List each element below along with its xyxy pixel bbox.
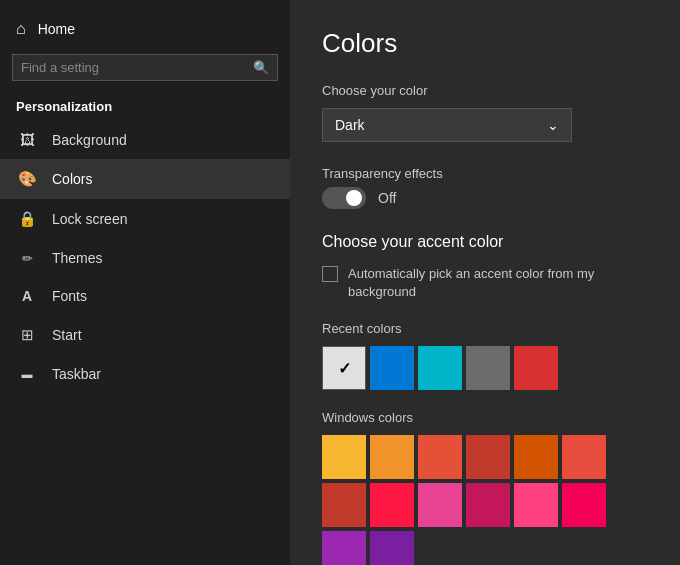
- recent-swatch-3[interactable]: [466, 346, 510, 390]
- sidebar-item-background[interactable]: 🖼 Background: [0, 120, 290, 159]
- win-color-7[interactable]: [370, 483, 414, 527]
- win-color-3[interactable]: [466, 435, 510, 479]
- auto-accent-label: Automatically pick an accent color from …: [348, 265, 648, 301]
- home-label: Home: [38, 21, 75, 37]
- win-color-5[interactable]: [562, 435, 606, 479]
- win-color-6[interactable]: [322, 483, 366, 527]
- sidebar-item-fonts[interactable]: A Fonts: [0, 277, 290, 315]
- win-color-11[interactable]: [562, 483, 606, 527]
- sidebar-item-label: Themes: [52, 250, 103, 266]
- sidebar-item-label: Fonts: [52, 288, 87, 304]
- sidebar-item-label: Colors: [52, 171, 92, 187]
- start-icon: ⊞: [16, 326, 38, 344]
- sidebar-item-label: Start: [52, 327, 82, 343]
- transparency-toggle-row: Off: [322, 187, 648, 209]
- sidebar-home-button[interactable]: ⌂ Home: [0, 10, 290, 48]
- page-title: Colors: [322, 28, 648, 59]
- windows-colors-grid: [322, 435, 648, 565]
- win-color-12[interactable]: [322, 531, 366, 565]
- sidebar-item-start[interactable]: ⊞ Start: [0, 315, 290, 355]
- search-box[interactable]: 🔍: [12, 54, 278, 81]
- win-color-8[interactable]: [418, 483, 462, 527]
- home-icon: ⌂: [16, 20, 26, 38]
- search-input[interactable]: [21, 60, 253, 75]
- sidebar-item-label: Lock screen: [52, 211, 127, 227]
- sidebar-item-taskbar[interactable]: ▬ Taskbar: [0, 355, 290, 393]
- themes-icon: ✏: [16, 251, 38, 266]
- win-color-10[interactable]: [514, 483, 558, 527]
- recent-colors-label: Recent colors: [322, 321, 648, 336]
- windows-colors-label: Windows colors: [322, 410, 648, 425]
- background-icon: 🖼: [16, 131, 38, 148]
- recent-swatch-4[interactable]: [514, 346, 558, 390]
- recent-colors-swatches: [322, 346, 648, 390]
- sidebar-item-colors[interactable]: 🎨 Colors: [0, 159, 290, 199]
- sidebar-item-themes[interactable]: ✏ Themes: [0, 239, 290, 277]
- accent-section-title: Choose your accent color: [322, 233, 648, 251]
- dropdown-value: Dark: [335, 117, 365, 133]
- win-color-0[interactable]: [322, 435, 366, 479]
- recent-swatch-1[interactable]: [370, 346, 414, 390]
- color-mode-dropdown[interactable]: Dark ⌄: [322, 108, 572, 142]
- win-color-9[interactable]: [466, 483, 510, 527]
- sidebar-item-label: Background: [52, 132, 127, 148]
- chevron-down-icon: ⌄: [547, 117, 559, 133]
- win-color-4[interactable]: [514, 435, 558, 479]
- sidebar-item-lockscreen[interactable]: 🔒 Lock screen: [0, 199, 290, 239]
- win-color-2[interactable]: [418, 435, 462, 479]
- toggle-state-label: Off: [378, 190, 396, 206]
- recent-swatch-0[interactable]: [322, 346, 366, 390]
- section-title: Personalization: [0, 91, 290, 120]
- colors-icon: 🎨: [16, 170, 38, 188]
- sidebar: ⌂ Home 🔍 Personalization 🖼 Background 🎨 …: [0, 0, 290, 565]
- fonts-icon: A: [16, 288, 38, 304]
- auto-accent-checkbox[interactable]: [322, 266, 338, 282]
- transparency-label: Transparency effects: [322, 166, 648, 181]
- taskbar-icon: ▬: [16, 368, 38, 380]
- main-content: Colors Choose your color Dark ⌄ Transpar…: [290, 0, 680, 565]
- lockscreen-icon: 🔒: [16, 210, 38, 228]
- win-color-13[interactable]: [370, 531, 414, 565]
- auto-accent-row: Automatically pick an accent color from …: [322, 265, 648, 301]
- choose-color-label: Choose your color: [322, 83, 648, 98]
- win-color-1[interactable]: [370, 435, 414, 479]
- recent-swatch-2[interactable]: [418, 346, 462, 390]
- transparency-toggle[interactable]: [322, 187, 366, 209]
- sidebar-item-label: Taskbar: [52, 366, 101, 382]
- search-icon: 🔍: [253, 60, 269, 75]
